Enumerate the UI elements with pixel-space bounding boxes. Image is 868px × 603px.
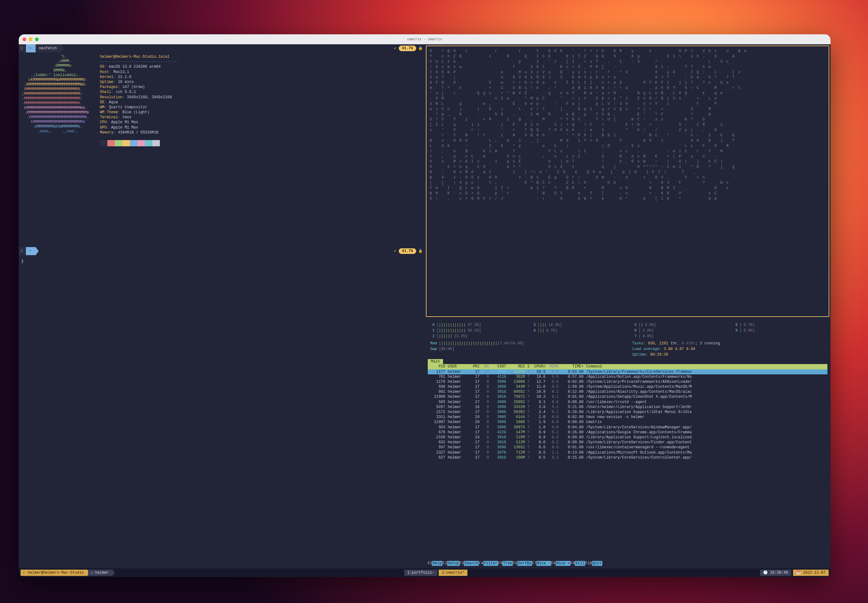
neofetch-line-wm-theme: WM Theme: Blue (Light) [100,110,178,115]
close-button[interactable] [22,37,26,41]
neofetch-line-resolution: Resolution: 3840x2160, 3840x2160 [100,95,178,100]
titlebar[interactable]: cmatrix - cmatrix [19,34,831,44]
fkey-label-setup[interactable]: Setup [447,561,460,566]
process-row[interactable]: 11989helmer170391G75872?10.30.10:01.00/A… [428,394,828,399]
col-header-s[interactable]: S [526,364,532,369]
process-row[interactable]: 597helmer170389G13632?0.60.00:01.00/usr/… [428,445,828,450]
fkey-label-sortby[interactable]: SortBy [518,561,532,566]
neofetch-line-gpu: GPU: Apple M1 Max [100,125,178,130]
neofetch-line-packages: Packages: 147 (brew) [100,85,178,90]
process-row[interactable]: 9287helmer160399G3331M?3.05.15:21.00/Use… [428,405,828,410]
fkey-label-search[interactable]: Search [464,561,479,566]
fkey-label-nice+[interactable]: Nice + [556,561,570,566]
process-row[interactable]: 585helmer170389G28992?8.10.00:08.00/usr/… [428,400,828,405]
col-header-command[interactable]: Command [585,364,828,369]
tmux-window[interactable]: 2:cmatrix* [439,570,467,576]
process-row[interactable]: 2168helmer240391G115M?0.90.20:09.00/Libr… [428,435,828,440]
process-row[interactable]: 1177helmer1717389G28208?39.50.00:03.00/S… [428,370,828,374]
process-row[interactable]: 11987helmer260389G1888?1.90.00:00.00cmat… [428,420,828,425]
fkey-label-kill[interactable]: Kill [575,561,585,566]
fkey-label-tree[interactable]: Tree [502,561,513,566]
disk-badge: 41.7G [399,248,416,254]
cpu-meter- [733,334,825,339]
col-header-pri[interactable]: PRI [468,364,481,369]
neofetch-line-terminal: Terminal: tmux [100,115,178,120]
process-row[interactable]: 632helmer170391G112M?0.60.20:09.00/Syste… [428,440,828,445]
fkey-f6[interactable]: F6 [513,561,517,566]
swp-meter: Swp [0K/0K] [430,346,623,352]
col-header-mem[interactable]: MEM% [547,364,560,369]
neofetch-line-de: DE: Aqua [100,100,178,105]
pane-header:  ~ neofetch ✔ 41.7G 🔒 [19,44,425,53]
fkey-f9[interactable]: F9 [570,561,575,566]
process-row[interactable]: 676helmer170422G147M?0.90.20:26.00/Appli… [428,430,828,435]
cpu-meter-2: 2[||||||23.8%] [430,334,522,339]
uptime-line: Uptime: 00:28:38 [632,352,825,357]
neofetch-line-shell: Shell: zsh 5.8.1 [100,90,178,94]
disk-badge: 41.7G [399,46,416,51]
col-header-time[interactable]: TIME+ [560,364,585,369]
process-row[interactable]: 761helmer170411G361M?16.60.60:57.00/Appl… [428,374,828,379]
htop-header-row[interactable]: PIDUSERPRINIVIRTRESSCPU%▽MEM%TIME+Comman… [428,364,828,369]
htop-cpu-meters: 0[||||||||||||87.3%]3[|||18.6%]5[|6.0%]8… [428,321,828,340]
check-icon: ✔ [392,46,399,51]
fkey-f8[interactable]: F8 [551,561,555,566]
pane-htop[interactable]: 0[||||||||||||87.3%]3[|||18.6%]5[|6.0%]8… [425,318,831,568]
col-header-virt[interactable]: VIRT [490,364,507,369]
minimize-button[interactable] [29,37,33,41]
neofetch-output: 'c. ,xNMM. .OMMMMMo OMMM0, .;loddo:' loo… [22,54,422,146]
fkey-f5[interactable]: F5 [498,561,502,566]
fkey-f4[interactable]: F4 [479,561,483,566]
neofetch-userhost: helmer@Helmers-Mac-Studio.local [100,54,178,59]
process-row[interactable]: 2172helmer170390G59392?2.40.10:20.00/Lib… [428,410,828,414]
col-header-pid[interactable]: PID [428,364,446,369]
fkey-f7[interactable]: F7 [532,561,536,566]
pane-shell[interactable]:  ~ ✔ 41.7G 🔒 ▌ [19,247,425,568]
pane-command: neofetch [36,44,61,53]
lock-icon: 🔒 [416,249,425,254]
pane-neofetch[interactable]:  ~ neofetch ✔ 41.7G 🔒 'c. ,xNMM. .OMMMM… [19,44,425,247]
pane-cmatrix[interactable]: K ^ @ 0 ( r ( Y 6 X K ' ^ < / h 0 R y n … [426,46,829,317]
neofetch-line-memory: Memory: 4384MiB / 65536MiB [100,130,178,135]
neofetch-separator: ----------------------------------- [100,59,178,64]
neofetch-line-wm: WM: Quartz Compositor [100,105,178,110]
htop-rows[interactable]: 1177helmer1717389G28208?39.50.00:03.00/S… [428,370,828,460]
traffic-lights [22,37,39,41]
cpu-meter-5: 5[|6.0%] [632,323,724,328]
process-row[interactable]: 2327helmer170397G712M?0.51.10:13.00/Appl… [428,450,828,455]
htop-tab-main[interactable]: Main [428,359,443,364]
col-header-ni[interactable]: NI [481,364,490,369]
col-header-res[interactable]: RES [507,364,526,369]
process-row[interactable]: 3311helmer240390G6144?2.00.00:02.00tmux … [428,414,828,420]
lock-icon: 🔒 [416,46,425,51]
neofetch-line-host: Host: Mac13,1 [100,70,178,74]
tmux-windows[interactable]: 1:portfolio-2:cmatrix* [403,570,467,576]
fkey-f3[interactable]: F3 [460,561,464,566]
fkey-f10[interactable]: F10 [585,561,592,566]
neofetch-line-os: OS: macOS 13.0 22A380 arm64 [100,64,178,69]
cpu-meter-6: 6[2.0%] [632,328,724,333]
tmux-session: ⌂ helmer [88,570,112,576]
fkey-f1[interactable]: F1 [428,561,432,566]
fkey-label-help[interactable]: Help [432,561,442,566]
tmux-date: 📅 2022-11-07 [793,570,829,576]
fkey-label-nice-[interactable]: Nice - [536,561,551,566]
fkey-f2[interactable]: F2 [442,561,447,566]
process-row[interactable]: 598helmer170395G343M?11.60.51:58.00/Syst… [428,384,828,389]
process-row[interactable]: 1176helmer170389G23008?12.70.00:02.00/Sy… [428,379,828,384]
cpu-meter-3: 3[|||18.6%] [532,323,623,328]
col-header-user[interactable]: USER [446,364,468,369]
tmux-panes:  ~ neofetch ✔ 41.7G 🔒 'c. ,xNMM. .OMMMM… [19,44,831,568]
htop-table[interactable]: Main PIDUSERPRINIVIRTRESSCPU%▽MEM%TIME+C… [428,359,828,561]
fkey-label-filter[interactable]: Filter [483,561,498,566]
process-row[interactable]: 627helmer170391G106M?0.50.20:15.00/Syste… [428,455,828,460]
tmux-window[interactable]: 1:portfolio- [405,570,437,576]
zoom-button[interactable] [35,37,39,41]
htop-fkeys[interactable]: F1HelpF2SetupF3SearchF4FilterF5TreeF6Sor… [428,561,828,566]
process-row[interactable]: 563helmer170390G30976?1.00.00:04.00/Syst… [428,425,828,430]
window-title: cmatrix - cmatrix [407,37,442,42]
fkey-label-quit[interactable]: Quit [592,561,602,566]
process-row[interactable]: 601helmer170391G89552?10.90.10:12.00/App… [428,389,828,394]
col-header-cpu[interactable]: CPU%▽ [532,364,547,369]
tmux-statusbar[interactable]:  helmer@Helmers-Mac-Studio ⌂ helmer 1:p… [19,568,831,577]
